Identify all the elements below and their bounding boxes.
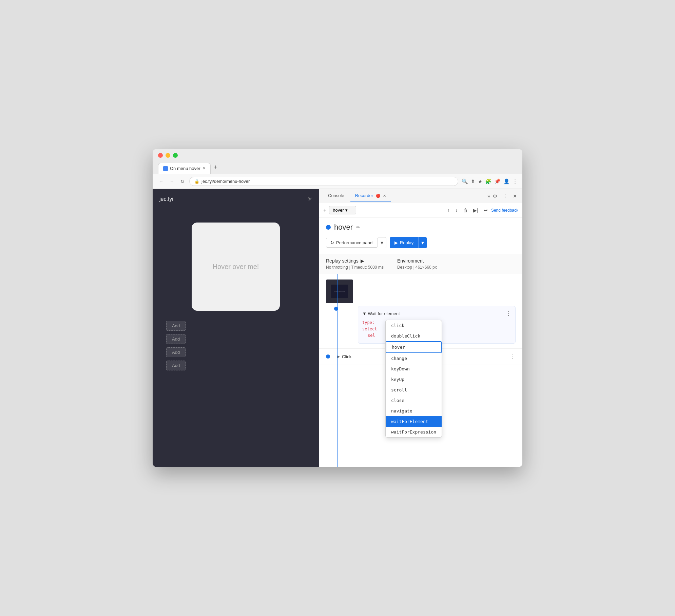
timeline-line (337, 274, 338, 467)
replay-settings-title[interactable]: Replay settings ▶ (326, 258, 384, 264)
recorder-toolbar: + hover ▾ ↑ ↓ 🗑 ▶| ↩ Send feedback (319, 203, 522, 217)
environment-title: Environment (397, 258, 437, 264)
add-button-3[interactable]: Add (166, 347, 186, 357)
maximize-button[interactable] (173, 153, 178, 158)
tab-close-icon[interactable]: ✕ (203, 166, 206, 171)
recording-status-dot (326, 225, 331, 230)
address-input[interactable]: 🔒 jec.fyi/demo/menu-hover (189, 177, 458, 186)
step-2-more-icon[interactable]: ⋮ (510, 353, 516, 360)
browser-tab[interactable]: On menu hover ✕ (158, 163, 211, 174)
dropdown-item-hover[interactable]: hover (386, 341, 442, 353)
replay-label: Replay (400, 240, 413, 245)
dropdown-item-keydown[interactable]: keyDown (386, 364, 442, 374)
tab-bar: On menu hover ✕ + (158, 161, 517, 174)
devtools-action-icons: ⚙ ⋮ ✕ (491, 192, 518, 200)
select-key: select (362, 327, 377, 331)
page-panel: jec.fyi ☀ Hover over me! Add Add Add Add (153, 189, 319, 467)
environment-section: Environment Desktop | 461×660 px (397, 258, 437, 270)
sel-key: sel (368, 333, 375, 338)
timeline-area: hover over me! ▼ Wait for element ⋮ (319, 274, 522, 467)
perf-panel-label: Performance panel (336, 240, 373, 245)
add-button-4[interactable]: Add (166, 361, 186, 370)
recorder-action-buttons: ↑ ↓ 🗑 ▶| ↩ Send feedback (445, 206, 518, 214)
tab-console[interactable]: Console (323, 190, 349, 201)
upload-button[interactable]: ↑ (445, 206, 452, 214)
tab-recorder[interactable]: Recorder 🔴 ✕ (350, 190, 391, 201)
dropdown-item-waitforelement[interactable]: waitForElement (386, 416, 442, 427)
reload-button[interactable]: ↻ (179, 177, 186, 186)
download-button[interactable]: ↓ (453, 206, 460, 214)
search-icon[interactable]: 🔍 (462, 178, 468, 185)
perf-panel-dropdown-button[interactable]: ▾ (378, 237, 386, 248)
more-tabs-icon[interactable]: » (487, 193, 490, 199)
devtools-tabs: Console Recorder 🔴 ✕ » ⚙ ⋮ ✕ (319, 189, 522, 203)
dropdown-arrow-icon: ▾ (345, 208, 348, 213)
minimize-button[interactable] (166, 153, 170, 158)
browser-window: On menu hover ✕ + ← → ↻ 🔒 jec.fyi/demo/m… (153, 149, 522, 467)
replay-settings-arrow-icon: ▶ (361, 258, 364, 264)
main-content: jec.fyi ☀ Hover over me! Add Add Add Add… (153, 189, 522, 467)
replay-settings-label: Replay settings (326, 258, 359, 264)
back-button[interactable]: ← (157, 177, 165, 186)
send-feedback-link[interactable]: Send feedback (491, 208, 518, 213)
dropdown-item-waitforexpression[interactable]: waitForExpression (386, 427, 442, 437)
dropdown-item-navigate[interactable]: navigate (386, 406, 442, 416)
forward-button[interactable]: → (168, 177, 176, 186)
recorder-add-button[interactable]: + (323, 207, 326, 213)
dropdown-item-change[interactable]: change (386, 353, 442, 364)
site-name: jec.fyi (159, 196, 173, 202)
recording-name-display: hover (334, 223, 353, 232)
pin-icon[interactable]: 📌 (494, 178, 501, 185)
step-1-row: hover over me! ▼ Wait for element ⋮ (319, 274, 522, 349)
resolution-label: 461×660 px (416, 265, 437, 270)
recording-name-select[interactable]: hover ▾ (329, 206, 356, 214)
add-button-2[interactable]: Add (166, 334, 186, 344)
devtools-settings-icon[interactable]: ⚙ (491, 192, 499, 200)
screenshot-thumbnail: hover over me! (326, 280, 353, 303)
recorder-tab-close-icon[interactable]: ✕ (383, 194, 386, 198)
menu-icon[interactable]: ⋮ (513, 178, 518, 185)
replay-main-button[interactable]: ▶ Replay (390, 238, 418, 248)
hover-card[interactable]: Hover over me! (192, 223, 280, 311)
replay-dropdown-button[interactable]: ▾ (418, 237, 427, 248)
dropdown-item-scroll[interactable]: scroll (386, 385, 442, 395)
step-2-title: Click (342, 354, 351, 359)
extension-icon[interactable]: 🧩 (485, 178, 491, 185)
bookmark-icon[interactable]: ★ (478, 178, 482, 185)
dropdown-item-close[interactable]: close (386, 395, 442, 406)
step-1-dot (334, 307, 338, 311)
address-text: jec.fyi/demo/menu-hover (201, 179, 250, 184)
step-1-content: ▼ Wait for element ⋮ type: select sel cl… (358, 306, 516, 344)
step-1-title-row: ▼ Wait for element ⋮ (362, 310, 511, 317)
new-tab-button[interactable]: + (211, 161, 221, 174)
devtools-menu-icon[interactable]: ⋮ (501, 192, 509, 200)
step-1-more-icon[interactable]: ⋮ (506, 310, 511, 317)
recording-name-label: hover (333, 208, 344, 213)
theme-toggle-button[interactable]: ☀ (307, 196, 312, 202)
dropdown-item-keyup[interactable]: keyUp (386, 374, 442, 385)
add-button-1[interactable]: Add (166, 321, 186, 331)
address-actions: 🔍 ⬆ ★ 🧩 📌 👤 ⋮ (462, 178, 518, 185)
step-2-dot (326, 354, 330, 359)
replay-settings-section: Replay settings ▶ No throttling | Timeou… (326, 258, 384, 270)
undo-button[interactable]: ↩ (482, 206, 490, 214)
type-key: type: (362, 320, 374, 325)
environment-label: Environment (397, 258, 424, 264)
share-icon[interactable]: ⬆ (471, 178, 475, 185)
dropdown-item-doubleclick[interactable]: doubleClick (386, 331, 442, 341)
environment-detail: Desktop | 461×660 px (397, 265, 437, 270)
profile-icon[interactable]: 👤 (503, 178, 510, 185)
close-button[interactable] (158, 153, 163, 158)
delete-button[interactable]: 🗑 (461, 206, 470, 214)
desktop-label: Desktop (397, 265, 412, 270)
type-dropdown[interactable]: click doubleClick hover change keyDown k… (385, 320, 442, 438)
step-play-button[interactable]: ▶| (471, 206, 480, 214)
tab-label: On menu hover (170, 166, 200, 171)
step-1-title: ▼ Wait for element (362, 311, 400, 316)
dropdown-item-click[interactable]: click (386, 320, 442, 331)
edit-name-icon[interactable]: ✏ (356, 225, 360, 230)
performance-panel-button[interactable]: ↻ Performance panel (326, 238, 378, 248)
devtools-close-icon[interactable]: ✕ (512, 192, 518, 200)
tab-favicon (163, 166, 168, 171)
recording-title-row: hover ✏ (326, 223, 516, 232)
